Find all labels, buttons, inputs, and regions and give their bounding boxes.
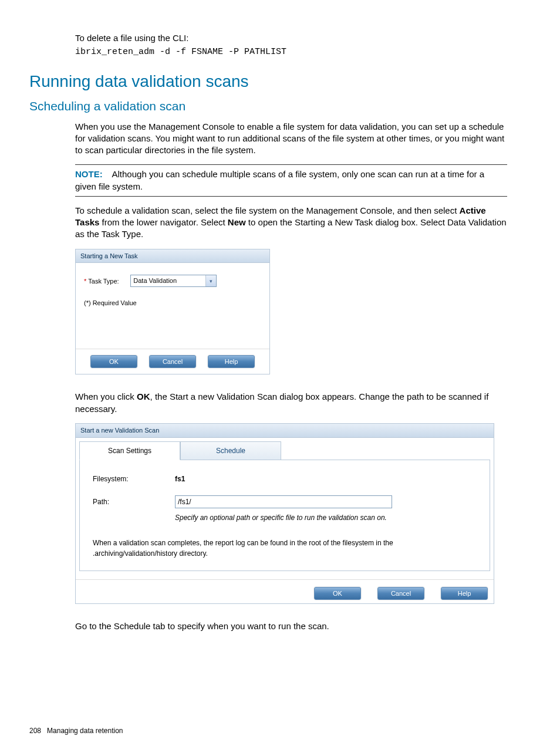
page-footer: 208 Managing data retention xyxy=(29,726,507,735)
p2-c: from the lower navigator. Select xyxy=(99,217,227,227)
cli-command: ibrix_reten_adm -d -f FSNAME -P PATHLIST xyxy=(75,46,507,58)
paragraph-1: When you use the Management Console to e… xyxy=(75,121,507,157)
completion-note: When a validation scan completes, the re… xyxy=(93,538,477,559)
starting-new-task-dialog: Starting a New Task * Task Type: Data Va… xyxy=(75,249,270,375)
dialog2-title: Start a new Validation Scan xyxy=(76,424,494,438)
p2-a: To schedule a validation scan, select th… xyxy=(75,205,460,215)
paragraph-4: Go to the Schedule tab to specify when y… xyxy=(75,620,507,632)
path-hint: Specify an optional path or specific fil… xyxy=(175,513,477,522)
intro-delete-text: To delete a file using the CLI: xyxy=(75,32,507,44)
note-block: NOTE: Although you can schedule multiple… xyxy=(75,164,507,197)
path-label: Path: xyxy=(93,497,175,507)
dialog1-title: Starting a New Task xyxy=(76,249,269,264)
note-label: NOTE: xyxy=(75,169,103,179)
path-input[interactable] xyxy=(175,495,392,508)
section-title: Managing data retention xyxy=(47,727,123,735)
ok-button[interactable]: OK xyxy=(90,355,137,368)
task-type-label: Task Type: xyxy=(88,277,130,286)
task-type-select[interactable]: Data Validation ▾ xyxy=(130,275,217,287)
cancel-button[interactable]: Cancel xyxy=(377,587,424,600)
page-number: 208 xyxy=(29,727,41,735)
p3-a: When you click xyxy=(75,391,137,401)
note-text: Although you can schedule multiple scans… xyxy=(75,169,484,191)
filesystem-label: Filesystem: xyxy=(93,474,175,484)
paragraph-3: When you click OK, the Start a new Valid… xyxy=(75,391,507,415)
scan-settings-panel: Filesystem: fs1 Path: Specify an optiona… xyxy=(79,460,490,571)
p3-b: OK xyxy=(137,391,150,401)
chevron-down-icon[interactable]: ▾ xyxy=(205,275,216,286)
required-value-text: (*) Required Value xyxy=(84,299,261,308)
heading-2: Scheduling a validation scan xyxy=(29,98,507,114)
tab-schedule[interactable]: Schedule xyxy=(180,441,281,460)
task-type-value: Data Validation xyxy=(131,275,205,286)
required-asterisk: * xyxy=(84,277,86,286)
heading-1: Running data validation scans xyxy=(29,70,507,93)
p2-d: New xyxy=(228,217,246,227)
tab-scan-settings[interactable]: Scan Settings xyxy=(79,441,180,460)
help-button[interactable]: Help xyxy=(441,587,488,600)
cancel-button[interactable]: Cancel xyxy=(149,355,196,368)
tabs: Scan Settings Schedule xyxy=(79,441,490,460)
paragraph-2: To schedule a validation scan, select th… xyxy=(75,205,507,241)
start-validation-scan-dialog: Start a new Validation Scan Scan Setting… xyxy=(75,423,494,604)
help-button[interactable]: Help xyxy=(208,355,255,368)
ok-button[interactable]: OK xyxy=(314,587,361,600)
filesystem-value: fs1 xyxy=(175,474,185,484)
